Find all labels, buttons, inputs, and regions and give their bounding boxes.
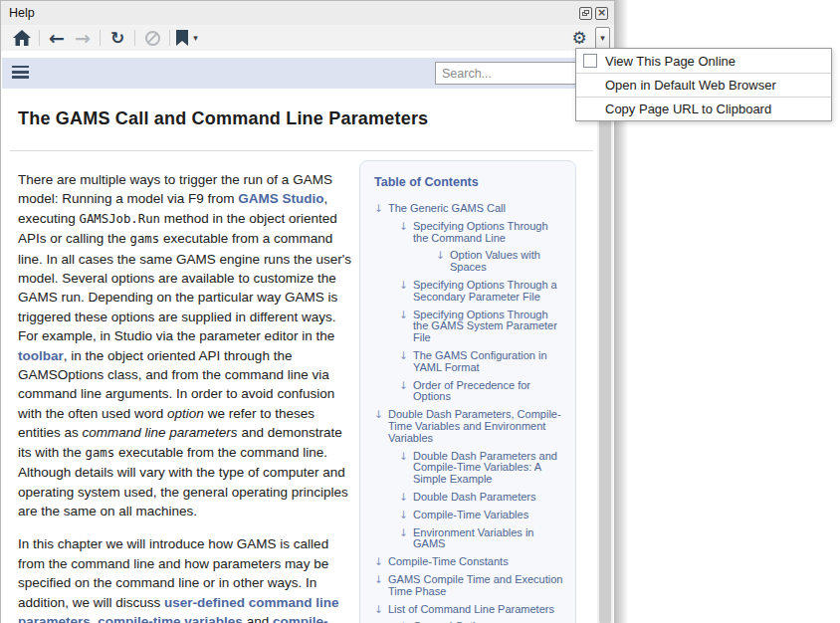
toc-item-label: GAMS Compile Time and Execution Time Pha… [388,574,563,598]
settings-dropdown-button[interactable]: ▾ [595,27,610,50]
toc-list: ↓The Generic GAMS Call↓Specifying Option… [374,203,563,623]
toc-item[interactable]: ↓Option Values with Spaces [374,250,563,274]
toc-item-label: List of Command Line Parameters [388,604,563,616]
settings-button[interactable]: ⚙ [567,26,591,50]
toc-item[interactable]: ↓Environment Variables in GAMS [374,527,563,551]
toc-item-label: Specifying Options Through the Command L… [413,221,563,245]
scrollbar-thumb[interactable] [599,56,611,623]
inline-link[interactable]: toolbar [18,348,64,363]
toolbar-separator [169,30,170,46]
toc-item[interactable]: ↓Compile-Time Constants [374,556,563,568]
caret-down-icon: ▾ [193,34,198,43]
down-arrow-icon: ↓ [399,380,413,404]
text-segment: and [243,614,273,623]
hamburger-icon [12,76,29,78]
down-arrow-icon: ↓ [399,280,413,304]
table-of-contents-panel: Table of Contents ↓The Generic GAMS Call… [359,160,576,623]
down-arrow-icon: ↓ [374,203,388,215]
toc-item[interactable]: ↓Double Dash Parameters [374,492,563,504]
window-titlebar[interactable]: Help × [1,1,614,25]
home-button[interactable] [10,26,34,50]
menu-item-label: Copy Page URL to Clipboard [605,102,771,116]
toc-item[interactable]: ↓Double Dash Parameters and Compile-Time… [374,451,563,486]
inline-link[interactable]: GAMS Studio [238,191,323,206]
toc-item[interactable]: ↓The GAMS Configuration in YAML Format [374,350,563,374]
vertical-scrollbar[interactable] [597,52,613,623]
paragraph: There are multiple ways to trigger the r… [18,170,354,520]
toc-item-label: The Generic GAMS Call [388,203,563,215]
toc-item-label: Environment Variables in GAMS [413,527,563,551]
toc-item[interactable]: ↓Specifying Options Through the Command … [374,221,563,245]
down-arrow-icon: ↓ [399,451,413,486]
article-body: There are multiple ways to trigger the r… [18,170,354,623]
down-arrow-icon: ↓ [374,574,388,598]
toc-item[interactable]: ↓Specifying Options Through the GAMS Sys… [374,310,563,344]
inline-link[interactable]: compile-time variables [98,614,243,623]
toc-item[interactable]: ↓GAMS Compile Time and Execution Time Ph… [374,574,563,598]
toolbar-separator [100,30,101,46]
menu-item-open-in-default-web-browser[interactable]: Open in Default Web Browser [576,73,831,97]
down-arrow-icon: ↓ [374,604,388,616]
bookmark-button[interactable]: ▾ [175,26,199,50]
down-arrow-icon: ↓ [436,250,450,274]
page-header-bar [2,58,599,89]
menu-toggle-button[interactable] [12,66,29,80]
down-arrow-icon: ↓ [374,409,388,444]
stop-icon [145,31,160,46]
home-icon [13,30,31,46]
forward-arrow-icon: → [75,29,91,48]
back-button[interactable]: ← [45,26,69,50]
toc-item-label: Double Dash Parameters, Compile-Time Var… [388,409,563,444]
toc-item[interactable]: ↓List of Command Line Parameters [374,604,563,616]
down-arrow-icon: ↓ [399,510,413,521]
checkbox-unchecked[interactable] [583,54,597,68]
hamburger-icon [12,71,29,73]
toc-item[interactable]: ↓The Generic GAMS Call [374,203,563,215]
settings-dropdown-menu: View This Page OnlineOpen in Default Web… [575,48,832,121]
toc-item-label: The GAMS Configuration in YAML Format [413,350,563,374]
forward-button: → [71,26,95,50]
toc-item-label: Double Dash Parameters [413,492,563,504]
down-arrow-icon: ↓ [399,310,413,344]
stop-button [140,26,164,50]
menu-items: View This Page OnlineOpen in Default Web… [576,49,831,120]
text-segment: GAMSJob.Run [80,212,160,226]
document-viewport: The GAMS Call and Command Line Parameter… [2,89,599,623]
text-segment: gams [130,232,160,246]
menu-item-label: Open in Default Web Browser [605,78,776,93]
toc-item[interactable]: ↓Double Dash Parameters, Compile-Time Va… [374,409,563,444]
down-arrow-icon: ↓ [399,492,413,504]
float-icon-overlap [584,10,589,14]
toolbar-separator [134,30,135,46]
menu-item-label: View This Page Online [605,54,735,69]
text-segment: gams [86,446,115,460]
paragraph: In this chapter we will introduce how GA… [18,534,354,623]
navigation-toolbar: ← → ↻ ▾ ⚙ [1,25,614,51]
toc-item-label: Compile-Time Constants [388,556,563,568]
menu-item-copy-page-url-to-clipboard[interactable]: Copy Page URL to Clipboard [576,97,831,120]
reload-button[interactable]: ↻ [105,26,129,50]
desktop-canvas: Help × ← → ↻ [0,0,840,623]
float-window-button[interactable] [579,7,592,20]
toc-item-label: Option Values with Spaces [450,250,563,274]
down-arrow-icon: ↓ [399,350,413,374]
menu-item-view-this-page-online[interactable]: View This Page Online [576,49,831,73]
close-window-button[interactable]: × [595,7,608,20]
down-arrow-icon: ↓ [399,221,413,245]
toc-item-label: Double Dash Parameters and Compile-Time … [413,451,563,486]
toolbar-right-group: ⚙ ▾ [566,26,610,50]
toc-item-label: Specifying Options Through the GAMS Syst… [413,310,563,344]
toc-item-label: Specifying Options Through a Secondary P… [413,280,563,304]
toc-title: Table of Contents [374,175,563,189]
help-window: Help × ← → ↻ [0,0,615,623]
toc-item[interactable]: ↓Compile-Time Variables [374,510,563,521]
toc-item[interactable]: ↓Order of Precedence for Options [374,380,563,404]
title-divider [10,150,593,151]
bookmark-icon [176,30,188,46]
text-segment: option [167,406,204,421]
hamburger-icon [12,66,29,68]
toc-item[interactable]: ↓Specifying Options Through a Secondary … [374,280,563,304]
caret-down-icon: ▾ [600,34,605,43]
gear-icon: ⚙ [571,30,586,47]
toc-item-label: Compile-Time Variables [413,510,563,521]
